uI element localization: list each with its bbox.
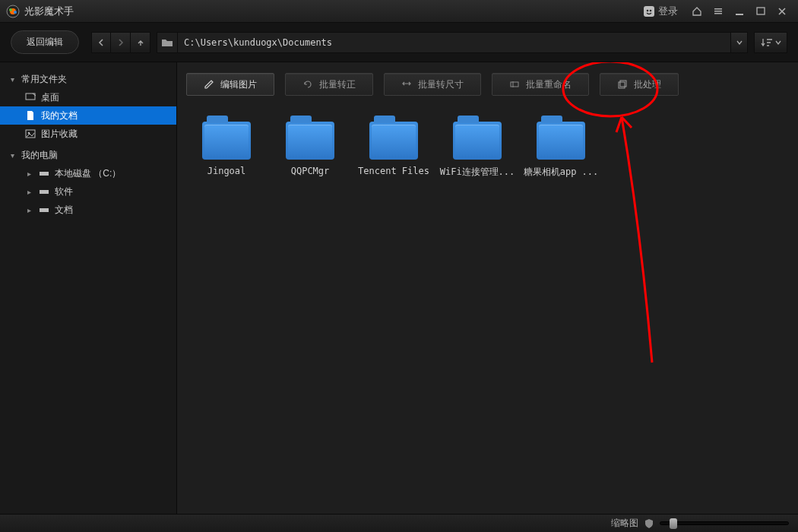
collapse-icon: ▾ <box>8 75 17 84</box>
nav-group <box>91 32 150 53</box>
sidebar-item-desktop[interactable]: 桌面 <box>0 88 176 106</box>
chevron-right-icon <box>117 39 125 46</box>
svg-rect-9 <box>714 13 722 14</box>
folder-item[interactable]: 糖果相机app ... <box>519 122 603 179</box>
svg-point-3 <box>14 11 17 14</box>
sidebar-item-label: 文档 <box>55 204 73 217</box>
close-icon <box>777 6 787 17</box>
sidebar-section-favorites[interactable]: ▾ 常用文件夹 <box>0 70 176 88</box>
button-label: 编辑图片 <box>220 78 257 91</box>
folder-icon <box>161 38 173 47</box>
svg-rect-10 <box>736 14 743 15</box>
path-bar-wrap: C:\Users\kunduogx\Documents <box>157 32 748 53</box>
drive-icon <box>38 206 50 214</box>
title-bar: 光影魔术手 登录 <box>0 0 798 23</box>
login-button[interactable]: 登录 <box>643 5 678 18</box>
expand-icon: ▸ <box>24 169 33 178</box>
nav-up-button[interactable] <box>131 32 150 53</box>
folder-label: 糖果相机app ... <box>524 166 599 179</box>
path-input[interactable]: C:\Users\kunduogx\Documents <box>178 32 731 53</box>
batch-rename-button[interactable]: 批量重命名 <box>492 73 589 96</box>
document-icon <box>24 110 36 121</box>
sidebar: ▾ 常用文件夹 桌面 我的文档 图片收藏 ▾ 我的电脑 ▸ 本地磁盘 （C:） … <box>0 62 177 514</box>
desktop-icon <box>24 93 36 102</box>
collapse-icon: ▾ <box>8 151 17 160</box>
thumb-size-slider[interactable] <box>660 521 789 525</box>
chevron-up-icon <box>137 39 144 46</box>
svg-rect-11 <box>757 8 765 14</box>
batch-convert-button[interactable]: 批量转正 <box>285 73 373 96</box>
app-logo-icon <box>6 5 20 18</box>
folder-icon <box>537 122 585 160</box>
batch-process-button[interactable]: 批处理 <box>600 73 679 96</box>
return-edit-button[interactable]: 返回编辑 <box>11 30 79 54</box>
folder-item[interactable]: QQPCMgr <box>268 122 352 179</box>
svg-rect-17 <box>40 208 49 212</box>
nav-forward-button[interactable] <box>111 32 131 53</box>
sidebar-section-label: 常用文件夹 <box>21 73 67 86</box>
chevron-down-icon <box>736 40 743 46</box>
nav-back-button[interactable] <box>91 32 111 53</box>
path-dropdown-button[interactable] <box>731 32 748 53</box>
slider-thumb[interactable] <box>670 518 677 529</box>
menu-button[interactable] <box>708 3 728 20</box>
sidebar-item-pictures[interactable]: 图片收藏 <box>0 125 176 143</box>
maximize-button[interactable] <box>751 3 771 20</box>
sidebar-item-label: 软件 <box>55 185 73 198</box>
sidebar-item-drive-c[interactable]: ▸ 本地磁盘 （C:） <box>0 164 176 182</box>
thumb-label: 缩略图 <box>611 517 638 530</box>
batch-resize-button[interactable]: 批量转尺寸 <box>384 73 481 96</box>
button-label: 批量转正 <box>319 78 356 91</box>
sidebar-item-label: 本地磁盘 （C:） <box>55 167 121 180</box>
resize-icon <box>401 79 412 90</box>
folder-label: QQPCMgr <box>291 166 330 176</box>
svg-rect-16 <box>40 190 49 194</box>
login-label: 登录 <box>658 5 678 18</box>
folder-item[interactable]: Tencent Files <box>352 122 435 179</box>
minimize-button[interactable] <box>730 3 749 20</box>
top-toolbar: 返回编辑 C:\Users\kunduogx\Documents <box>0 23 798 62</box>
menu-icon <box>713 6 724 17</box>
svg-rect-20 <box>620 81 626 87</box>
svg-rect-4 <box>644 6 654 17</box>
stack-icon <box>617 79 628 90</box>
image-icon <box>24 129 36 138</box>
sidebar-item-label: 我的文档 <box>41 109 78 122</box>
status-bar: 缩略图 <box>0 514 798 532</box>
folder-label: Jingoal <box>207 166 246 176</box>
drive-icon <box>38 169 50 177</box>
home-button[interactable] <box>687 3 707 20</box>
rotate-icon <box>302 79 313 90</box>
folder-item[interactable]: Jingoal <box>185 122 268 179</box>
home-icon <box>692 6 702 17</box>
pencil-icon <box>204 79 214 90</box>
button-label: 批量转尺寸 <box>418 78 464 91</box>
expand-icon: ▸ <box>24 188 33 196</box>
close-button[interactable] <box>772 3 792 20</box>
chevron-down-icon <box>775 40 781 46</box>
files-grid: Jingoal QQPCMgr Tencent Files WiFi连接管理..… <box>177 106 798 194</box>
minimize-icon <box>734 6 745 17</box>
sidebar-section-label: 我的电脑 <box>21 149 58 162</box>
app-title: 光影魔术手 <box>24 5 74 18</box>
svg-point-6 <box>650 9 652 11</box>
edit-image-button[interactable]: 编辑图片 <box>186 73 274 96</box>
sidebar-section-mycomputer[interactable]: ▾ 我的电脑 <box>0 146 176 164</box>
smiley-icon <box>643 5 655 17</box>
sort-button[interactable] <box>754 32 787 53</box>
sidebar-item-drive-docs[interactable]: ▸ 文档 <box>0 201 176 219</box>
drive-icon <box>38 188 50 195</box>
folder-item[interactable]: WiFi连接管理... <box>435 122 519 179</box>
shield-icon <box>644 518 654 529</box>
svg-rect-18 <box>511 82 518 87</box>
sidebar-item-drive-software[interactable]: ▸ 软件 <box>0 182 176 201</box>
folder-label: Tencent Files <box>358 166 429 176</box>
button-label: 批处理 <box>634 78 661 91</box>
sort-icon <box>760 37 774 48</box>
expand-icon: ▸ <box>24 206 33 214</box>
sidebar-item-documents[interactable]: 我的文档 <box>0 106 176 125</box>
main-area: 编辑图片 批量转正 批量转尺寸 批量重命名 批处理 Jingoal <box>177 62 798 514</box>
svg-point-2 <box>9 8 12 11</box>
folder-icon <box>202 122 251 160</box>
button-label: 批量重命名 <box>526 78 572 91</box>
